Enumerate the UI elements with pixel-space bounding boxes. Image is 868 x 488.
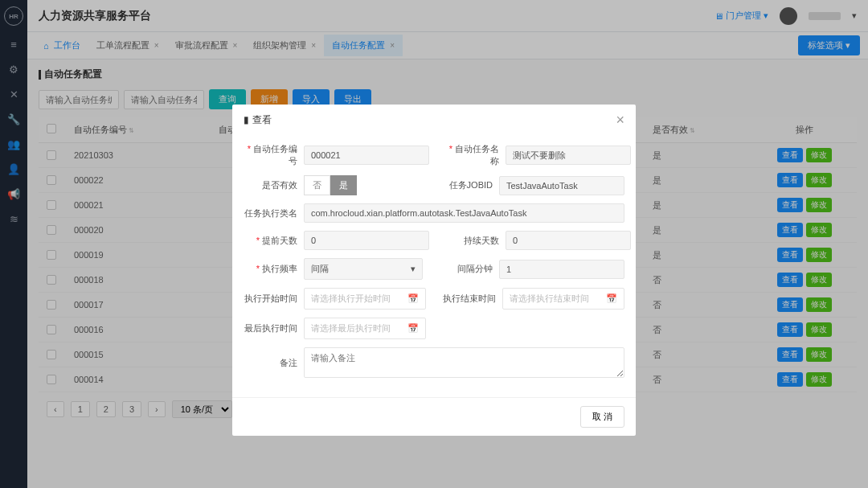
label-continue: 持续天数 <box>445 235 506 247</box>
modal-close-button[interactable]: × <box>616 113 624 127</box>
label-remark: 备注 <box>244 357 304 369</box>
toggle-yes[interactable]: 是 <box>330 175 357 195</box>
label-code: 自动任务编号 <box>244 143 304 167</box>
label-advance: 提前天数 <box>244 235 304 247</box>
valid-toggle: 否 是 <box>304 175 357 195</box>
label-start: 执行开始时间 <box>244 293 304 305</box>
calendar-icon: 📅 <box>606 293 617 304</box>
input-jobid[interactable] <box>499 176 624 195</box>
label-last: 最后执行时间 <box>244 322 304 334</box>
input-code[interactable] <box>304 146 429 165</box>
label-end: 执行结束时间 <box>442 293 502 305</box>
label-classname: 任务执行类名 <box>244 207 304 219</box>
label-jobid: 任务JOBID <box>439 179 499 191</box>
label-name: 自动任务名称 <box>445 143 506 167</box>
select-freq[interactable]: 间隔▾ <box>304 258 423 280</box>
input-continue[interactable] <box>506 231 631 250</box>
input-remark[interactable] <box>304 347 624 378</box>
label-freq: 执行频率 <box>244 263 304 275</box>
input-end-time[interactable]: 请选择执行结束时间📅 <box>502 288 624 310</box>
modal-overlay: ▮ 查看 × 自动任务编号 自动任务名称 是否有效 否 是 任务JOBID 任务… <box>0 0 868 488</box>
calendar-icon: 📅 <box>407 293 419 304</box>
input-advance[interactable] <box>304 231 429 250</box>
input-start-time[interactable]: 请选择执行开始时间📅 <box>304 288 426 310</box>
cancel-button[interactable]: 取 消 <box>580 406 624 428</box>
input-last-time[interactable]: 请选择最后执行时间📅 <box>304 318 426 339</box>
input-classname[interactable] <box>304 203 624 223</box>
modal-title: ▮ 查看 <box>244 113 272 127</box>
label-valid: 是否有效 <box>244 179 304 191</box>
view-modal: ▮ 查看 × 自动任务编号 自动任务名称 是否有效 否 是 任务JOBID 任务… <box>232 105 636 436</box>
input-name[interactable] <box>506 146 631 165</box>
chevron-down-icon: ▾ <box>411 264 416 274</box>
calendar-icon: 📅 <box>407 323 419 334</box>
label-interval: 间隔分钟 <box>439 263 499 275</box>
toggle-no[interactable]: 否 <box>304 175 330 195</box>
input-interval[interactable] <box>499 260 624 279</box>
